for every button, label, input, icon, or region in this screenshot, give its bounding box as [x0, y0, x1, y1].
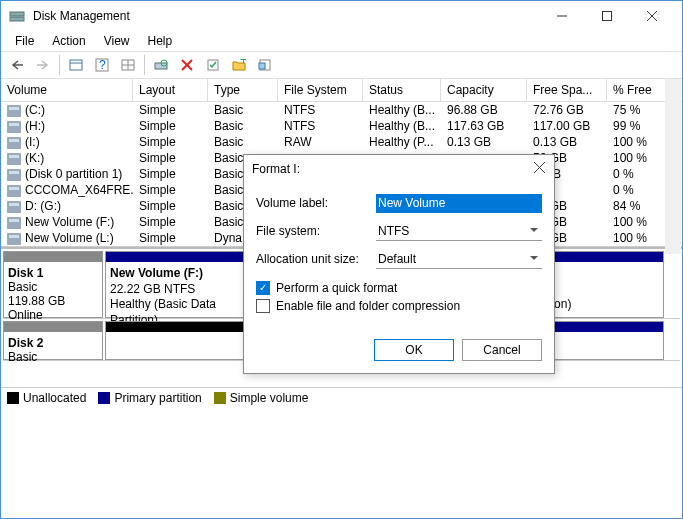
maximize-button[interactable] — [584, 1, 629, 31]
back-button[interactable] — [5, 53, 29, 77]
view-list-icon[interactable] — [64, 53, 88, 77]
delete-icon[interactable] — [175, 53, 199, 77]
properties-icon[interactable] — [253, 53, 277, 77]
forward-button[interactable] — [31, 53, 55, 77]
format-dialog: Format I: Volume label: New Volume File … — [243, 154, 555, 374]
close-button[interactable] — [629, 1, 674, 31]
svg-text:+: + — [240, 59, 246, 67]
titlebar: Disk Management — [1, 1, 682, 31]
col-layout[interactable]: Layout — [133, 79, 208, 101]
compression-label: Enable file and folder compression — [276, 299, 460, 313]
partition[interactable]: New Volume (F:) 22.22 GB NTFS Healthy (B… — [105, 251, 260, 318]
cancel-button[interactable]: Cancel — [462, 339, 542, 361]
disk-name: Disk 1 — [8, 266, 43, 280]
close-icon[interactable] — [534, 162, 546, 177]
disk-header[interactable]: Disk 1 Basic 119.88 GB Online — [3, 251, 103, 318]
col-free[interactable]: Free Spa... — [527, 79, 607, 101]
volume-label-label: Volume label: — [256, 196, 376, 210]
col-fs[interactable]: File System — [278, 79, 363, 101]
minimize-button[interactable] — [539, 1, 584, 31]
help-icon[interactable]: ? — [90, 53, 114, 77]
svg-text:?: ? — [99, 58, 106, 72]
disk-header[interactable]: Disk 2 Basic — [3, 321, 103, 360]
menu-action[interactable]: Action — [44, 32, 93, 50]
col-pct[interactable]: % Free — [607, 79, 667, 101]
app-icon — [9, 8, 25, 24]
quick-format-label: Perform a quick format — [276, 281, 397, 295]
ok-button[interactable]: OK — [374, 339, 454, 361]
partition[interactable] — [105, 321, 260, 360]
file-system-label: File system: — [256, 224, 376, 238]
grid-header: Volume Layout Type File System Status Ca… — [1, 79, 682, 102]
menu-file[interactable]: File — [7, 32, 42, 50]
legend: Unallocated Primary partition Simple vol… — [1, 387, 682, 407]
file-system-combo[interactable]: NTFS — [376, 222, 542, 241]
scrollbar[interactable] — [665, 79, 681, 254]
refresh-drive-icon[interactable] — [149, 53, 173, 77]
settings-icon[interactable] — [116, 53, 140, 77]
checkbox-icon[interactable] — [201, 53, 225, 77]
col-status[interactable]: Status — [363, 79, 441, 101]
allocation-combo[interactable]: Default — [376, 250, 542, 269]
menu-view[interactable]: View — [96, 32, 138, 50]
col-capacity[interactable]: Capacity — [441, 79, 527, 101]
svg-rect-3 — [602, 12, 611, 21]
table-row[interactable]: (I:)SimpleBasicRAWHealthy (P...0.13 GB0.… — [1, 134, 682, 150]
dialog-title: Format I: — [252, 162, 534, 176]
svg-rect-20 — [259, 63, 265, 69]
col-volume[interactable]: Volume — [1, 79, 133, 101]
compression-checkbox[interactable] — [256, 299, 270, 313]
toolbar: ? + — [1, 51, 682, 79]
col-type[interactable]: Type — [208, 79, 278, 101]
new-folder-icon[interactable]: + — [227, 53, 251, 77]
volume-label-input[interactable]: New Volume — [376, 194, 542, 213]
svg-rect-6 — [70, 60, 82, 70]
table-row[interactable]: (C:)SimpleBasicNTFSHealthy (B...96.88 GB… — [1, 102, 682, 118]
menubar: File Action View Help — [1, 31, 682, 51]
table-row[interactable]: (H:)SimpleBasicNTFSHealthy (B...117.63 G… — [1, 118, 682, 134]
svg-rect-1 — [10, 17, 24, 21]
quick-format-checkbox[interactable] — [256, 281, 270, 295]
window-title: Disk Management — [33, 9, 539, 23]
menu-help[interactable]: Help — [140, 32, 181, 50]
allocation-label: Allocation unit size: — [256, 252, 376, 266]
svg-rect-0 — [10, 12, 24, 16]
